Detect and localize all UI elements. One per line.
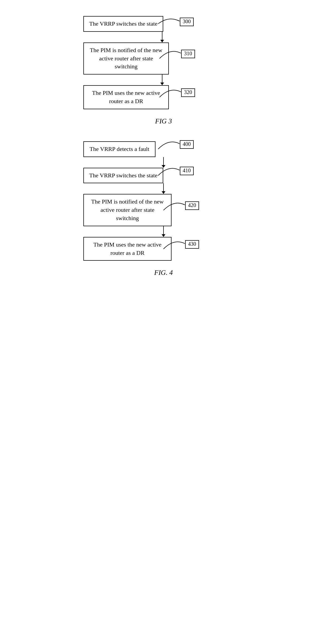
fig4-diagram: The VRRP detects a fault 400 The VRRP sw… <box>83 141 244 277</box>
step-row-400: The VRRP detects a fault 400 <box>83 141 244 157</box>
step-row-320: The PIM uses the new active router as a … <box>83 85 244 109</box>
svg-text:400: 400 <box>183 141 191 147</box>
step-box-400: The VRRP detects a fault <box>83 141 155 157</box>
step-text-410: The VRRP switches the state <box>89 172 157 179</box>
svg-text:300: 300 <box>183 18 191 24</box>
fig4-label: FIG. 4 <box>154 269 173 277</box>
step-text-300: The VRRP switches the state <box>89 20 157 27</box>
step-row-310: The PIM is notified of the new active ro… <box>83 42 244 75</box>
fig4-flow: The VRRP detects a fault 400 The VRRP sw… <box>83 141 244 261</box>
step-box-420: The PIM is notified of the new active ro… <box>83 194 172 226</box>
step-text-320: The PIM uses the new active router as a … <box>92 89 160 104</box>
step-text-310: The PIM is notified of the new active ro… <box>90 47 162 70</box>
step-text-430: The PIM uses the new active router as a … <box>94 241 162 256</box>
connector-410: 410 <box>158 165 190 186</box>
connector-300: 300 <box>158 16 190 32</box>
svg-text:310: 310 <box>184 50 192 56</box>
svg-text:410: 410 <box>183 167 191 173</box>
svg-text:420: 420 <box>188 202 196 208</box>
connector-400: 400 <box>158 138 190 160</box>
step-box-300: The VRRP switches the state <box>83 16 163 32</box>
step-text-420: The PIM is notified of the new active ro… <box>91 198 164 221</box>
step-text-400: The VRRP detects a fault <box>89 146 149 152</box>
fig3-label: FIG 3 <box>155 117 172 125</box>
connector-310: 310 <box>159 48 192 69</box>
connector-430: 430 <box>164 238 196 260</box>
svg-text:320: 320 <box>184 89 192 95</box>
fig3-flow: The VRRP switches the state 300 The PIM … <box>83 16 244 109</box>
step-row-300: The VRRP switches the state 300 <box>83 16 244 32</box>
step-row-410: The VRRP switches the state 410 <box>83 168 244 184</box>
step-box-430: The PIM uses the new active router as a … <box>83 237 172 261</box>
step-box-320: The PIM uses the new active router as a … <box>83 85 169 109</box>
arrow-fig4-3 <box>162 226 165 237</box>
connector-320: 320 <box>159 87 192 108</box>
arrow-1 <box>160 32 164 42</box>
step-row-420: The PIM is notified of the new active ro… <box>83 194 244 226</box>
fig3-diagram: The VRRP switches the state 300 The PIM … <box>83 16 244 125</box>
connector-420: 420 <box>164 200 196 221</box>
step-box-310: The PIM is notified of the new active ro… <box>83 42 169 75</box>
step-row-430: The PIM uses the new active router as a … <box>83 237 244 261</box>
svg-text:430: 430 <box>188 241 196 247</box>
arrow-2 <box>160 75 164 85</box>
step-box-410: The VRRP switches the state <box>83 168 163 184</box>
